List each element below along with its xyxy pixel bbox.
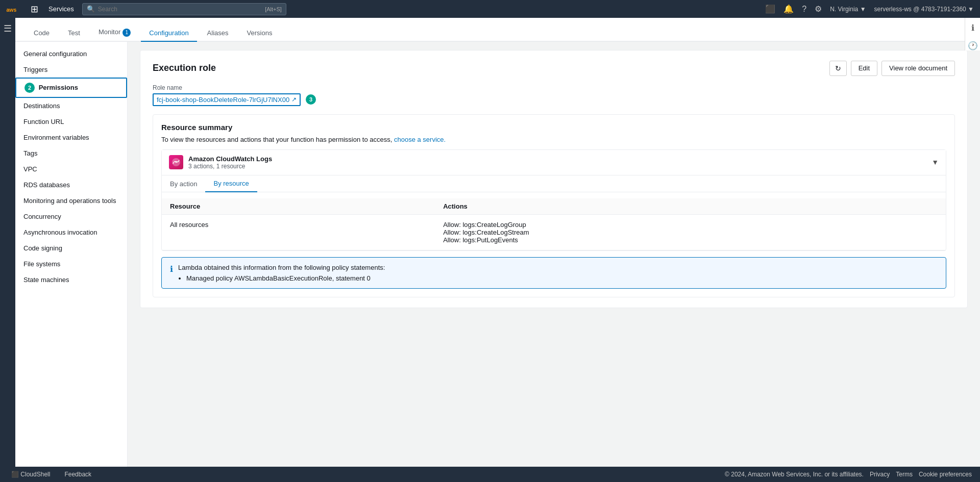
section-header: Execution role ↻ Edit View role document <box>153 61 955 76</box>
service-dropdown-header[interactable]: Amazon CloudWatch Logs 3 actions, 1 reso… <box>162 150 946 175</box>
info-list-item: Managed policy AWSLambdaBasicExecutionRo… <box>186 274 385 282</box>
nav-rds-databases[interactable]: RDS databases <box>15 177 127 193</box>
sub-tabs: By action By resource <box>162 175 946 192</box>
nav-code-signing[interactable]: Code signing <box>15 240 127 256</box>
tab-bar: Code Test Monitor1 Configuration Aliases… <box>15 18 980 42</box>
section-actions: ↻ Edit View role document <box>829 61 955 76</box>
nav-account[interactable]: serverless-ws @ 4783-7191-2360 ▼ <box>874 6 974 13</box>
service-chevron-icon: ▼ <box>932 158 939 166</box>
sidebar-menu-icon[interactable]: ☰ <box>4 23 12 34</box>
help-icon[interactable]: ? <box>802 5 806 14</box>
table-header-resource: Resource <box>162 198 435 215</box>
nav-monitoring-operations[interactable]: Monitoring and operations tools <box>15 193 127 209</box>
nav-tags[interactable]: Tags <box>15 145 127 161</box>
table-cell-actions: Allow: logs:CreateLogGroup Allow: logs:C… <box>435 214 946 250</box>
resource-summary: Resource summary To view the resources a… <box>153 114 955 297</box>
resource-summary-desc: To view the resources and actions that y… <box>161 136 946 143</box>
sub-tab-by-resource[interactable]: By resource <box>205 175 257 192</box>
content-body: General configuration Triggers 2 Permiss… <box>15 42 980 468</box>
sub-tab-by-action[interactable]: By action <box>162 175 205 192</box>
info-circle-icon: ℹ <box>170 264 173 274</box>
info-icon[interactable]: ℹ <box>971 23 974 33</box>
bell-icon[interactable]: 🔔 <box>783 4 794 14</box>
tab-aliases[interactable]: Aliases <box>199 25 237 42</box>
grid-icon[interactable]: ⊞ <box>29 3 40 16</box>
page-footer: ⬛ CloudShell Feedback © 2024, Amazon Web… <box>0 467 980 468</box>
settings-icon[interactable]: ⚙ <box>815 4 822 14</box>
left-sidebar: ☰ <box>0 18 15 468</box>
aws-logo: aws <box>6 4 24 15</box>
action-line-3: Allow: logs:PutLogEvents <box>443 236 938 244</box>
clock-icon[interactable]: 🕐 <box>968 41 978 50</box>
search-input[interactable] <box>98 6 262 13</box>
terminal-icon[interactable]: ⬛ <box>765 4 775 14</box>
page-content: Code Test Monitor1 Configuration Aliases… <box>15 18 980 468</box>
action-line-1: Allow: logs:CreateLogGroup <box>443 221 938 229</box>
execution-role-card: Execution role ↻ Edit View role document… <box>140 50 968 308</box>
tab-versions[interactable]: Versions <box>239 25 281 42</box>
view-role-document-button[interactable]: View role document <box>881 61 955 76</box>
nav-triggers[interactable]: Triggers <box>15 62 127 78</box>
main-panel: Execution role ↻ Edit View role document… <box>128 42 980 468</box>
nav-destinations[interactable]: Destinations <box>15 98 127 114</box>
info-text: Lambda obtained this information from th… <box>178 264 385 282</box>
search-icon: 🔍 <box>87 5 95 13</box>
annotation-3: 3 <box>306 94 316 105</box>
cloudwatch-icon <box>169 155 183 169</box>
nav-environment-variables[interactable]: Environment variables <box>15 130 127 145</box>
monitor-badge: 1 <box>122 29 131 37</box>
services-button[interactable]: Services <box>44 4 78 14</box>
nav-state-machines[interactable]: State machines <box>15 272 127 288</box>
nav-file-systems[interactable]: File systems <box>15 256 127 272</box>
nav-icons: ⬛ 🔔 ? ⚙ N. Virginia ▼ serverless-ws @ 47… <box>765 4 974 14</box>
role-name-label: Role name <box>153 84 955 91</box>
action-line-2: Allow: logs:CreateLogStream <box>443 229 938 236</box>
table-cell-resource: All resources <box>162 214 435 250</box>
tab-configuration[interactable]: Configuration <box>141 25 197 42</box>
service-subtitle: 3 actions, 1 resource <box>188 163 272 170</box>
main-wrapper: Code Test Monitor1 Configuration Aliases… <box>15 18 980 468</box>
search-box: 🔍 [Alt+S] <box>82 3 286 15</box>
nav-vpc[interactable]: VPC <box>15 161 127 177</box>
right-panel: ℹ 🕐 <box>965 18 980 50</box>
nav-async-invocation[interactable]: Asynchronous invocation <box>15 224 127 240</box>
nav-permissions[interactable]: 2 Permissions <box>15 78 127 98</box>
info-box: ℹ Lambda obtained this information from … <box>161 257 946 289</box>
left-nav: General configuration Triggers 2 Permiss… <box>15 42 128 468</box>
annotation-2: 2 <box>24 83 35 93</box>
external-link-icon: ↗ <box>291 96 297 103</box>
choose-service-link[interactable]: choose a service. <box>394 136 446 143</box>
edit-button[interactable]: Edit <box>851 61 877 76</box>
search-shortcut: [Alt+S] <box>265 6 282 12</box>
tab-test[interactable]: Test <box>60 25 88 42</box>
tab-code[interactable]: Code <box>26 25 58 42</box>
refresh-button[interactable]: ↻ <box>829 61 847 76</box>
info-list: Managed policy AWSLambdaBasicExecutionRo… <box>178 274 385 282</box>
nav-region[interactable]: N. Virginia ▼ <box>830 6 866 13</box>
role-name-section: Role name fcj-book-shop-BookDeleteRole-7… <box>153 84 955 106</box>
tab-monitor[interactable]: Monitor1 <box>90 24 139 42</box>
table-row: All resources Allow: logs:CreateLogGroup… <box>162 214 946 250</box>
execution-role-title: Execution role <box>153 63 216 73</box>
nav-general-configuration[interactable]: General configuration <box>15 46 127 62</box>
service-name: Amazon CloudWatch Logs <box>188 155 272 163</box>
service-dropdown: Amazon CloudWatch Logs 3 actions, 1 reso… <box>161 149 946 251</box>
table-header-actions: Actions <box>435 198 946 215</box>
svg-point-2 <box>176 161 177 163</box>
svg-text:aws: aws <box>6 6 16 12</box>
resource-table: Resource Actions All resources Allow: lo… <box>162 198 946 250</box>
top-nav: aws ⊞ Services 🔍 [Alt+S] ⬛ 🔔 ? ⚙ N. Virg… <box>0 0 980 18</box>
nav-function-url[interactable]: Function URL <box>15 114 127 130</box>
nav-concurrency[interactable]: Concurrency <box>15 209 127 224</box>
role-name-link[interactable]: fcj-book-shop-BookDeleteRole-7lrGjU7lNX0… <box>153 93 301 106</box>
resource-summary-title: Resource summary <box>161 123 946 132</box>
